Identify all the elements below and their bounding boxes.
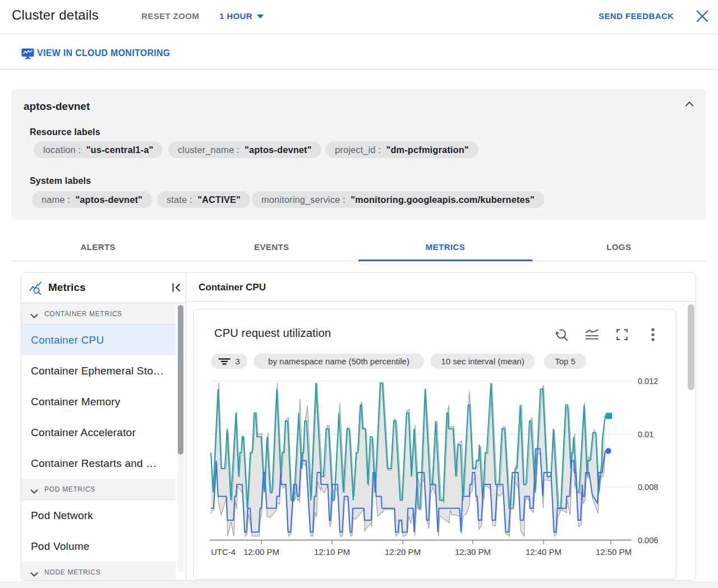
- svg-text:0.012: 0.012: [638, 377, 658, 386]
- svg-text:UTC-4: UTC-4: [211, 547, 236, 557]
- svg-text:12:10 PM: 12:10 PM: [314, 547, 350, 557]
- svg-text:12:50 PM: 12:50 PM: [596, 547, 632, 557]
- svg-text:0.008: 0.008: [638, 483, 658, 492]
- svg-text:12:40 PM: 12:40 PM: [526, 547, 561, 557]
- svg-text:0.006: 0.006: [638, 536, 658, 545]
- svg-text:0.01: 0.01: [638, 430, 653, 439]
- svg-text:12:20 PM: 12:20 PM: [385, 547, 421, 557]
- svg-text:12:30 PM: 12:30 PM: [455, 547, 491, 557]
- svg-text:12:00 PM: 12:00 PM: [243, 547, 279, 557]
